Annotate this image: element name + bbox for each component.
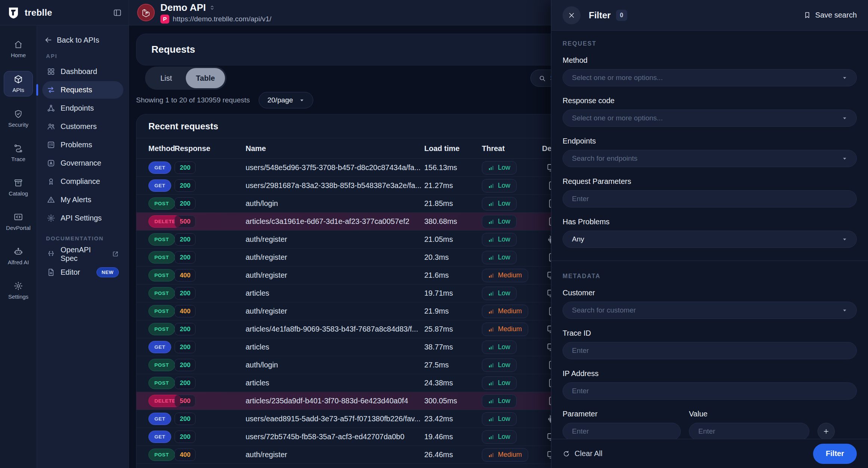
rail-item-devportal[interactable]: DevPortal <box>4 209 33 234</box>
close-filter-button[interactable] <box>563 6 581 24</box>
value-input[interactable]: Enter <box>689 423 809 439</box>
table-title: Recent requests <box>148 121 218 132</box>
rail-item-apis[interactable]: APIs <box>4 71 33 96</box>
threat-badge: Low <box>482 430 517 444</box>
sidebar-item-label: Governance <box>61 159 101 167</box>
api-switcher[interactable]: Demo API <box>160 2 271 13</box>
signal-bars-icon <box>488 308 494 314</box>
threat-cell: Low <box>482 376 542 390</box>
search-icon <box>538 74 546 82</box>
threat-badge: Low <box>482 179 517 193</box>
view-toggle-table[interactable]: Table <box>186 68 225 88</box>
sidebar-item-compliance[interactable]: Compliance <box>42 173 123 190</box>
request-parameters-placeholder: Enter <box>572 195 589 203</box>
chevron-down-icon <box>842 116 847 121</box>
response-code-select[interactable]: Select one or more options... <box>563 110 857 127</box>
clear-all-button[interactable]: Clear All <box>563 449 602 458</box>
load-time: 21.05ms <box>424 235 482 244</box>
sidebar-item-dashboard[interactable]: Dashboard <box>42 63 123 80</box>
ip-address-placeholder: Enter <box>572 387 589 395</box>
rail-item-settings[interactable]: Settings <box>4 278 33 303</box>
threat-cell: Low <box>482 197 542 210</box>
request-parameters-input[interactable]: Enter <box>563 190 857 207</box>
threat-badge: Medium <box>482 448 528 462</box>
metadata-section-label: METADATA <box>563 273 857 280</box>
sidebar-item-label: Compliance <box>61 177 100 186</box>
sidebar-item-label: My Alerts <box>61 195 91 204</box>
method-badge: GET <box>148 161 171 174</box>
sidebar-item-my-alerts[interactable]: My Alerts <box>42 191 123 209</box>
rail-item-label: Alfred AI <box>8 259 29 265</box>
signal-bars-icon <box>488 398 494 404</box>
endpoints-label: Endpoints <box>563 137 857 145</box>
sidebar-item-editor[interactable]: EditorNEW <box>42 264 123 281</box>
sidebar-item-requests[interactable]: Requests <box>42 81 123 99</box>
rail-item-alfred-ai[interactable]: Alfred AI <box>4 244 33 268</box>
customer-select[interactable]: Search for customer <box>563 302 857 319</box>
endpoints-select[interactable]: Search for endpoints <box>563 150 857 167</box>
api-avatar <box>137 4 155 21</box>
method-badge: POST <box>148 449 175 461</box>
apply-filter-button[interactable]: Filter <box>813 444 857 464</box>
response-code-badge: 200 <box>175 287 196 299</box>
load-time: 25.87ms <box>424 325 482 333</box>
view-toggle-list[interactable]: List <box>147 68 186 88</box>
response-cell: 200 <box>175 251 246 264</box>
method-cell: POST <box>148 449 175 461</box>
signal-bars-icon <box>488 219 494 225</box>
ip-address-input[interactable]: Enter <box>563 382 857 400</box>
method-cell: DELETE <box>148 215 175 228</box>
rail-item-home[interactable]: Home <box>4 37 33 61</box>
filter-count-badge: 0 <box>616 10 627 21</box>
sidebar-item-api-settings[interactable]: API Settings <box>42 209 123 227</box>
api-sidebar: Back to APIs APIDashboardRequestsEndpoin… <box>37 0 129 468</box>
threat-label: Low <box>498 200 510 207</box>
response-cell: 200 <box>175 179 246 192</box>
method-badge: GET <box>148 341 171 353</box>
rail-item-trace[interactable]: Trace <box>4 141 33 165</box>
sidebar-item-openapi-spec[interactable]: OpenAPI Spec <box>42 245 123 263</box>
method-badge: POST <box>148 323 175 335</box>
filter-drawer: Filter 0 Save search REQUEST Method Sele… <box>551 0 868 468</box>
request-name: auth/login <box>246 361 424 369</box>
has-problems-select[interactable]: Any <box>563 231 857 248</box>
alert-icon <box>47 195 55 204</box>
trace-icon <box>13 144 23 153</box>
load-time: 21.27ms <box>424 181 482 190</box>
response-cell: 200 <box>175 161 246 174</box>
per-page-select[interactable]: 20/page <box>259 92 313 108</box>
add-parameter-button[interactable] <box>818 423 835 439</box>
method-select[interactable]: Select one or more options... <box>563 69 857 86</box>
response-code-badge: 400 <box>175 305 196 317</box>
load-time: 27.5ms <box>424 361 482 369</box>
rail-item-security[interactable]: Security <box>4 106 33 131</box>
threat-label: Low <box>498 343 510 351</box>
rail-item-catalog[interactable]: Catalog <box>4 175 33 200</box>
signal-bars-icon <box>488 165 494 171</box>
save-search-button[interactable]: Save search <box>803 11 857 19</box>
governance-icon <box>47 159 55 167</box>
treblle-logo-icon <box>7 6 20 19</box>
response-code-badge: 200 <box>175 341 196 353</box>
sidebar-item-governance[interactable]: Governance <box>42 154 123 172</box>
rail-item-label: Catalog <box>9 190 28 197</box>
response-cell: 500 <box>175 215 246 228</box>
close-icon <box>568 12 575 19</box>
sidebar-item-customers[interactable]: Customers <box>42 118 123 135</box>
sidebar-item-problems[interactable]: Problems <box>42 136 123 154</box>
back-to-apis-button[interactable]: Back to APIs <box>44 36 121 44</box>
devportal-icon <box>13 212 23 222</box>
sidebar-item-endpoints[interactable]: Endpoints <box>42 99 123 117</box>
request-name: auth/register <box>246 450 424 459</box>
parameter-input[interactable]: Enter <box>563 423 681 439</box>
threat-badge: Low <box>482 161 517 175</box>
threat-cell: Low <box>482 161 542 175</box>
collapse-sidebar-icon[interactable] <box>113 8 122 17</box>
response-cell: 200 <box>175 359 246 371</box>
response-code-badge: 400 <box>175 449 196 461</box>
chevron-down-icon <box>842 75 847 81</box>
trace-id-input[interactable]: Enter <box>563 342 857 359</box>
threat-label: Low <box>498 218 510 225</box>
threat-cell: Low <box>482 287 542 300</box>
showing-text: Showing 1 to 20 of 130959 requests <box>136 96 250 104</box>
